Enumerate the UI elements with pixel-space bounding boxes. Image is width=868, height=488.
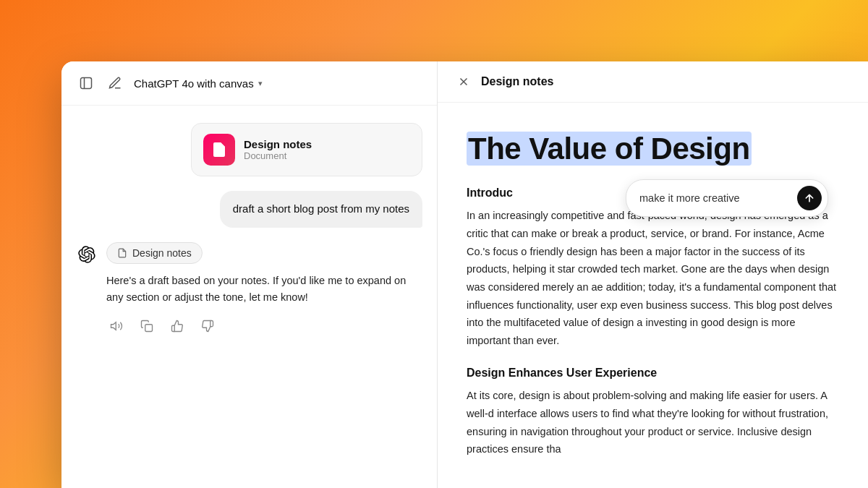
canvas-title: Design notes xyxy=(481,75,553,88)
doc-type: Document xyxy=(244,150,312,161)
chevron-down-icon: ▾ xyxy=(258,79,263,88)
ai-content: Design notes Here's a draft based on you… xyxy=(106,242,422,336)
svg-rect-0 xyxy=(81,78,92,89)
chat-header: ChatGPT 4o with canvas ▾ xyxy=(61,61,437,106)
ai-response: Design notes Here's a draft based on you… xyxy=(76,242,422,336)
app-window: ChatGPT 4o with canvas ▾ Design notes Do… xyxy=(61,61,868,488)
ai-response-text: Here's a draft based on your notes. If y… xyxy=(106,273,422,306)
canvas-header: Design notes xyxy=(438,61,868,103)
canvas-content: The Value of Design make it more creativ… xyxy=(438,103,868,488)
inline-prompt-box[interactable]: make it more creative xyxy=(626,179,828,217)
canvas-panel: Design notes The Value of Design make it… xyxy=(438,61,868,488)
document-heading: The Value of Design xyxy=(467,132,839,166)
svg-marker-2 xyxy=(111,322,116,330)
thumbs-up-button[interactable] xyxy=(167,316,187,336)
audio-button[interactable] xyxy=(106,316,127,336)
svg-rect-3 xyxy=(145,325,153,332)
model-selector[interactable]: ChatGPT 4o with canvas ▾ xyxy=(134,77,263,90)
inline-prompt-submit[interactable] xyxy=(797,186,822,210)
thumbs-down-button[interactable] xyxy=(197,316,218,336)
model-name: ChatGPT 4o with canvas xyxy=(134,77,254,90)
ai-action-buttons xyxy=(106,316,422,336)
edit-icon[interactable] xyxy=(105,73,125,93)
ai-avatar xyxy=(76,244,98,265)
copy-button[interactable] xyxy=(137,316,157,336)
doc-name: Design notes xyxy=(244,138,312,150)
doc-reference-pill[interactable]: Design notes xyxy=(106,242,203,264)
close-button[interactable] xyxy=(455,73,472,90)
body-paragraph-2: At its core, design is about problem-sol… xyxy=(467,387,839,458)
chat-panel: ChatGPT 4o with canvas ▾ Design notes Do… xyxy=(61,61,438,488)
body-paragraph-1: In an increasingly competitive and fast-… xyxy=(467,207,839,349)
doc-ref-label: Design notes xyxy=(132,247,192,259)
doc-icon xyxy=(203,134,235,166)
sidebar-toggle-icon[interactable] xyxy=(76,73,96,93)
inline-prompt-text: make it more creative xyxy=(639,192,791,204)
section-heading: Design Enhances User Experience xyxy=(467,367,839,380)
chat-messages: Design notes Document draft a short blog… xyxy=(61,106,437,488)
heading-highlight: The Value of Design xyxy=(467,132,752,166)
doc-info: Design notes Document xyxy=(244,138,312,161)
user-message: draft a short blog post from my notes xyxy=(220,191,422,228)
document-card[interactable]: Design notes Document xyxy=(191,123,422,176)
